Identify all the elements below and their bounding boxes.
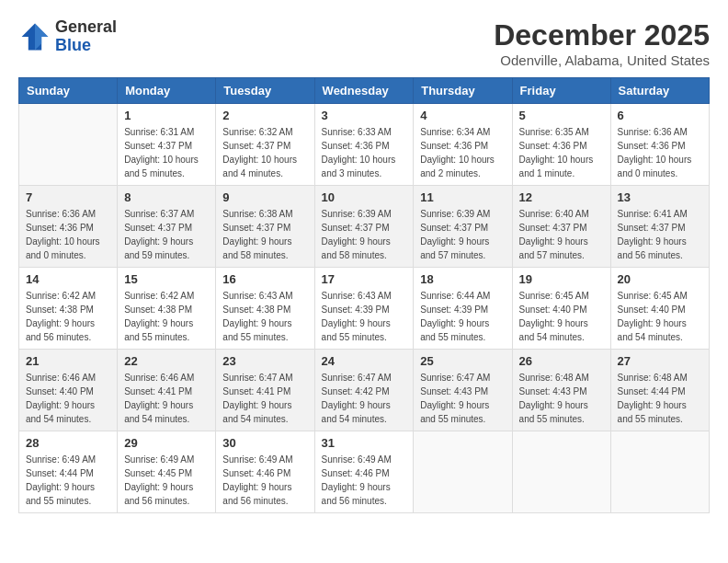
calendar-day-cell: 30Sunrise: 6:49 AM Sunset: 4:46 PM Dayli…: [216, 431, 314, 513]
weekday-header: Friday: [512, 78, 610, 104]
calendar-day-cell: [512, 431, 610, 513]
day-info: Sunrise: 6:33 AM Sunset: 4:36 PM Dayligh…: [322, 125, 407, 180]
day-info: Sunrise: 6:47 AM Sunset: 4:43 PM Dayligh…: [420, 371, 505, 426]
weekday-header: Tuesday: [216, 78, 314, 104]
calendar-day-cell: 28Sunrise: 6:49 AM Sunset: 4:44 PM Dayli…: [19, 431, 118, 513]
calendar-day-cell: 22Sunrise: 6:46 AM Sunset: 4:41 PM Dayli…: [118, 350, 216, 431]
calendar-day-cell: 14Sunrise: 6:42 AM Sunset: 4:38 PM Dayli…: [19, 268, 118, 350]
day-info: Sunrise: 6:40 AM Sunset: 4:37 PM Dayligh…: [519, 207, 604, 262]
day-number: 27: [618, 354, 702, 368]
day-info: Sunrise: 6:49 AM Sunset: 4:46 PM Dayligh…: [322, 453, 407, 508]
logo-icon: [18, 20, 51, 53]
day-number: 7: [26, 190, 110, 204]
day-info: Sunrise: 6:36 AM Sunset: 4:36 PM Dayligh…: [618, 125, 702, 180]
day-number: 26: [519, 354, 604, 368]
day-number: 24: [322, 354, 407, 368]
day-number: 18: [420, 272, 505, 286]
calendar-day-cell: 18Sunrise: 6:44 AM Sunset: 4:39 PM Dayli…: [414, 268, 512, 350]
calendar-day-cell: 17Sunrise: 6:43 AM Sunset: 4:39 PM Dayli…: [314, 268, 414, 350]
day-number: 1: [124, 109, 209, 122]
day-number: 2: [222, 109, 307, 122]
day-info: Sunrise: 6:43 AM Sunset: 4:39 PM Dayligh…: [322, 289, 407, 344]
day-info: Sunrise: 6:48 AM Sunset: 4:43 PM Dayligh…: [519, 371, 604, 426]
weekday-header: Thursday: [414, 78, 512, 104]
calendar-day-cell: 20Sunrise: 6:45 AM Sunset: 4:40 PM Dayli…: [610, 268, 709, 350]
calendar-day-cell: 26Sunrise: 6:48 AM Sunset: 4:43 PM Dayli…: [512, 350, 610, 431]
title-area: December 2025 Odenville, Alabama, United…: [494, 18, 710, 68]
day-number: 9: [222, 190, 307, 204]
day-number: 14: [26, 272, 110, 286]
day-number: 31: [322, 436, 407, 450]
calendar-day-cell: 12Sunrise: 6:40 AM Sunset: 4:37 PM Dayli…: [512, 186, 610, 268]
day-info: Sunrise: 6:42 AM Sunset: 4:38 PM Dayligh…: [26, 289, 110, 344]
day-info: Sunrise: 6:49 AM Sunset: 4:44 PM Dayligh…: [26, 453, 110, 508]
day-info: Sunrise: 6:42 AM Sunset: 4:38 PM Dayligh…: [124, 289, 209, 344]
day-number: 21: [26, 354, 110, 368]
day-info: Sunrise: 6:46 AM Sunset: 4:40 PM Dayligh…: [26, 371, 110, 426]
day-info: Sunrise: 6:48 AM Sunset: 4:44 PM Dayligh…: [618, 371, 702, 426]
calendar-day-cell: 13Sunrise: 6:41 AM Sunset: 4:37 PM Dayli…: [610, 186, 709, 268]
calendar-day-cell: [19, 104, 118, 186]
calendar-day-cell: 21Sunrise: 6:46 AM Sunset: 4:40 PM Dayli…: [19, 350, 118, 431]
calendar-day-cell: 19Sunrise: 6:45 AM Sunset: 4:40 PM Dayli…: [512, 268, 610, 350]
day-info: Sunrise: 6:39 AM Sunset: 4:37 PM Dayligh…: [322, 207, 407, 262]
day-info: Sunrise: 6:49 AM Sunset: 4:45 PM Dayligh…: [124, 453, 209, 508]
day-number: 5: [519, 109, 604, 122]
day-info: Sunrise: 6:47 AM Sunset: 4:41 PM Dayligh…: [222, 371, 307, 426]
day-number: 17: [322, 272, 407, 286]
calendar-day-cell: 23Sunrise: 6:47 AM Sunset: 4:41 PM Dayli…: [216, 350, 314, 431]
logo-blue: Blue: [55, 37, 117, 55]
day-number: 23: [222, 354, 307, 368]
weekday-header: Sunday: [19, 78, 118, 104]
day-number: 19: [519, 272, 604, 286]
calendar-day-cell: 31Sunrise: 6:49 AM Sunset: 4:46 PM Dayli…: [314, 431, 414, 513]
page-header: General Blue December 2025 Odenville, Al…: [18, 18, 710, 68]
calendar-day-cell: 2Sunrise: 6:32 AM Sunset: 4:37 PM Daylig…: [216, 104, 314, 186]
day-info: Sunrise: 6:43 AM Sunset: 4:38 PM Dayligh…: [222, 289, 307, 344]
calendar-week-row: 1Sunrise: 6:31 AM Sunset: 4:37 PM Daylig…: [19, 104, 710, 186]
day-number: 25: [420, 354, 505, 368]
day-info: Sunrise: 6:39 AM Sunset: 4:37 PM Dayligh…: [420, 207, 505, 262]
logo-text: General Blue: [55, 18, 117, 55]
calendar-day-cell: 1Sunrise: 6:31 AM Sunset: 4:37 PM Daylig…: [118, 104, 216, 186]
calendar-day-cell: 8Sunrise: 6:37 AM Sunset: 4:37 PM Daylig…: [118, 186, 216, 268]
day-info: Sunrise: 6:45 AM Sunset: 4:40 PM Dayligh…: [618, 289, 702, 344]
calendar-day-cell: 24Sunrise: 6:47 AM Sunset: 4:42 PM Dayli…: [314, 350, 414, 431]
day-number: 29: [124, 436, 209, 450]
day-info: Sunrise: 6:47 AM Sunset: 4:42 PM Dayligh…: [322, 371, 407, 426]
weekday-header: Wednesday: [314, 78, 414, 104]
day-info: Sunrise: 6:46 AM Sunset: 4:41 PM Dayligh…: [124, 371, 209, 426]
day-number: 11: [420, 190, 505, 204]
day-number: 13: [618, 190, 702, 204]
logo: General Blue: [18, 18, 117, 55]
calendar-table: SundayMondayTuesdayWednesdayThursdayFrid…: [18, 77, 710, 513]
calendar-week-row: 21Sunrise: 6:46 AM Sunset: 4:40 PM Dayli…: [19, 350, 710, 431]
month-title: December 2025: [494, 18, 710, 52]
calendar-week-row: 28Sunrise: 6:49 AM Sunset: 4:44 PM Dayli…: [19, 431, 710, 513]
location: Odenville, Alabama, United States: [494, 52, 710, 68]
day-info: Sunrise: 6:49 AM Sunset: 4:46 PM Dayligh…: [222, 453, 307, 508]
calendar-day-cell: 15Sunrise: 6:42 AM Sunset: 4:38 PM Dayli…: [118, 268, 216, 350]
day-number: 12: [519, 190, 604, 204]
calendar-day-cell: [414, 431, 512, 513]
calendar-day-cell: 27Sunrise: 6:48 AM Sunset: 4:44 PM Dayli…: [610, 350, 709, 431]
calendar-day-cell: 10Sunrise: 6:39 AM Sunset: 4:37 PM Dayli…: [314, 186, 414, 268]
logo-general: General: [55, 18, 117, 37]
day-number: 16: [222, 272, 307, 286]
calendar-day-cell: 11Sunrise: 6:39 AM Sunset: 4:37 PM Dayli…: [414, 186, 512, 268]
day-number: 28: [26, 436, 110, 450]
day-number: 22: [124, 354, 209, 368]
calendar-day-cell: 5Sunrise: 6:35 AM Sunset: 4:36 PM Daylig…: [512, 104, 610, 186]
day-info: Sunrise: 6:35 AM Sunset: 4:36 PM Dayligh…: [519, 125, 604, 180]
day-number: 3: [322, 109, 407, 122]
calendar-day-cell: [610, 431, 709, 513]
day-number: 8: [124, 190, 209, 204]
calendar-day-cell: 7Sunrise: 6:36 AM Sunset: 4:36 PM Daylig…: [19, 186, 118, 268]
day-info: Sunrise: 6:44 AM Sunset: 4:39 PM Dayligh…: [420, 289, 505, 344]
day-info: Sunrise: 6:45 AM Sunset: 4:40 PM Dayligh…: [519, 289, 604, 344]
day-info: Sunrise: 6:34 AM Sunset: 4:36 PM Dayligh…: [420, 125, 505, 180]
day-info: Sunrise: 6:37 AM Sunset: 4:37 PM Dayligh…: [124, 207, 209, 262]
day-number: 10: [322, 190, 407, 204]
day-info: Sunrise: 6:31 AM Sunset: 4:37 PM Dayligh…: [124, 125, 209, 180]
calendar-week-row: 14Sunrise: 6:42 AM Sunset: 4:38 PM Dayli…: [19, 268, 710, 350]
